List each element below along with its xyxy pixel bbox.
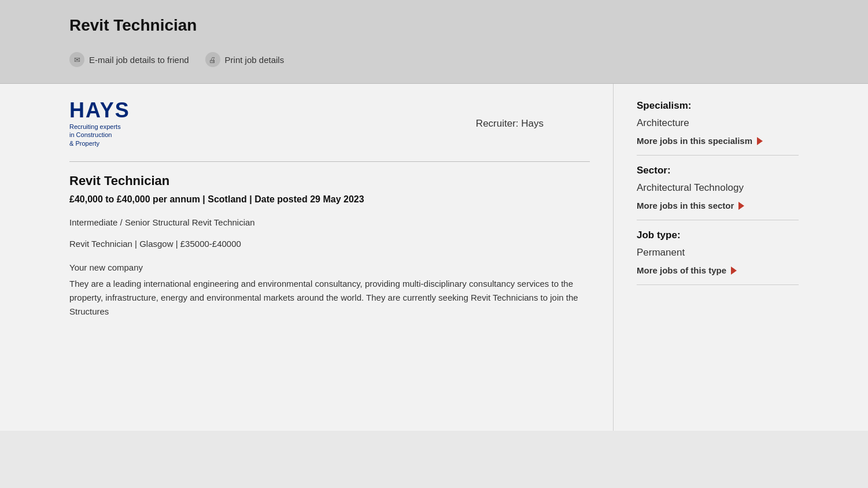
page-wrapper: Revit Technician ✉ E-mail job details to… [0,0,868,431]
header-section: Revit Technician ✉ E-mail job details to… [0,0,868,84]
page-job-title: Revit Technician [69,16,799,35]
print-icon: 🖨 [205,52,220,67]
email-icon: ✉ [69,52,84,67]
specialism-section: Specialism: Architecture More jobs in th… [637,100,799,156]
job-type-value: Permanent [637,247,799,258]
more-sector-arrow-icon [738,202,744,210]
job-subtitle: Intermediate / Senior Structural Revit T… [69,217,590,227]
more-type-arrow-icon [731,267,737,275]
recruiter-divider [69,161,590,162]
job-details: HAYS Recruiting experts in Construction … [69,84,614,431]
job-description-body: They are a leading international enginee… [69,277,590,319]
hays-logo-subtitle: Recruiting experts in Construction & Pro… [69,123,130,147]
recruiter-name: Recruiter: Hays [476,118,544,130]
specialism-label: Specialism: [637,100,799,112]
print-link-label: Print job details [225,55,285,65]
sector-value: Architectural Technology [637,182,799,194]
specialism-value: Architecture [637,117,799,129]
specialism-divider [637,155,799,156]
sector-divider [637,220,799,220]
email-link-label: E-mail job details to friend [89,55,189,65]
job-type-section: Job type: Permanent More jobs of this ty… [637,230,799,285]
sector-label: Sector: [637,165,799,176]
sidebar: Specialism: Architecture More jobs in th… [614,84,799,431]
more-sector-text: More jobs in this sector [637,201,734,210]
more-specialism-text: More jobs in this specialism [637,136,752,146]
sector-section: Sector: Architectural Technology More jo… [637,165,799,220]
job-company-heading: Your new company [69,263,590,272]
job-title-secondary: Revit Technician [69,173,590,188]
more-type-link[interactable]: More jobs of this type [637,265,799,275]
more-specialism-link[interactable]: More jobs in this specialism [637,136,799,146]
job-type-divider [637,284,799,285]
job-meta: £40,000 to £40,000 per annum | Scotland … [69,194,590,205]
action-links: ✉ E-mail job details to friend 🖨 Print j… [69,52,799,67]
hays-logo-text: HAYS [69,100,130,121]
job-location-salary: Revit Technician | Glasgow | £35000-£400… [69,239,590,249]
job-type-label: Job type: [637,230,799,241]
more-sector-link[interactable]: More jobs in this sector [637,201,799,210]
more-specialism-arrow-icon [757,137,763,145]
hays-logo: HAYS Recruiting experts in Construction … [69,100,130,147]
more-type-text: More jobs of this type [637,265,726,275]
main-content: HAYS Recruiting experts in Construction … [0,84,868,431]
email-job-link[interactable]: ✉ E-mail job details to friend [69,52,189,67]
recruiter-section: HAYS Recruiting experts in Construction … [69,100,590,147]
print-job-link[interactable]: 🖨 Print job details [205,52,285,67]
